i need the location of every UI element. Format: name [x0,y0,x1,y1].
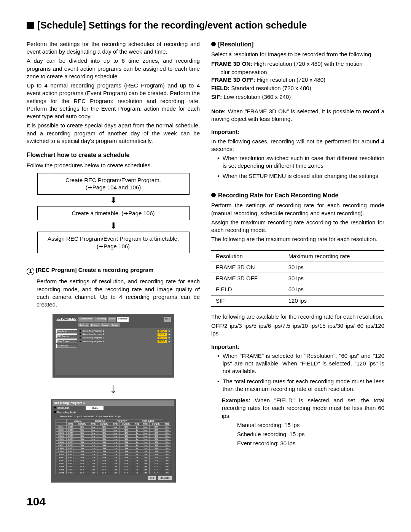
list-item: When "FRAME" is selected for "Resolution… [223,352,384,375]
table-cell: 120 ips [284,295,384,306]
flow-text: (➡Page 106) [97,243,130,249]
side-button: Event Program [56,339,77,343]
play-icon: ▶ [169,340,170,343]
resolution-label: Resolution [57,407,70,409]
step-heading: 1[REC Program] Create a recording progra… [27,266,200,275]
list-item: The total recording rates for each recor… [223,378,384,393]
setup-button: SETUP [158,333,167,336]
page-title: [Schedule] Settings for the recording/ev… [27,19,384,32]
flow-text: Assign REC Program/Event Program to a ti… [48,235,179,242]
recording-table: MANUALSCHEDULEPRE EVENTPOST EVENTRATEQUA… [56,419,171,474]
example-line: Event recording: 30 ips [237,440,384,447]
definition-text: High resolution (720 x 480) [255,76,325,83]
important-label: Important: [211,129,239,135]
tab: Maintenance [78,317,94,322]
step-number-icon: 1 [27,268,34,275]
table-cell: FIELD [211,284,284,295]
table-cell: 30 ips [284,262,384,273]
tab: System [110,323,120,327]
flow-box: Create REC Program/Event Program. (➡Page… [37,173,190,195]
note-label: Note: [211,108,226,114]
diagram-title: Recording Program 1 [53,400,174,406]
definition-text: Standard resolution (720 x 480) [229,85,311,91]
tab: Switcher [78,323,89,327]
resolution-intro: Select a resolution for images to be rec… [211,51,384,58]
arrow-down-icon: ⬇ [37,196,190,205]
intro-text: Perform the settings for the recording s… [27,40,200,56]
row-label: Recording Program 3 [83,336,104,339]
step-text: Perform the settings of resolution, and … [37,278,200,308]
rate-title: Recording Rate for Each Recording Mode [218,192,338,199]
setup-button: SETUP [158,337,167,339]
table-label: Recording Table [57,411,76,414]
important-list: When resolution switched such in case th… [211,154,384,180]
side-button: REC Program [56,334,77,338]
setup-button: SETUP [158,330,167,332]
setup-menu-label: SETUP MENU [56,317,78,322]
bullet-icon [211,193,216,197]
table-header: Maximum recording rate [284,251,384,262]
play-icon: ▶ [169,333,170,336]
side-button: Time Table [56,329,77,333]
step-title-text: [REC Program] Create a recording program [36,267,153,273]
flowchart-intro: Follow the procedures below to create sc… [27,162,200,169]
table-cell: FRAME 3D OFF [211,273,284,284]
list-item: When resolution switched such in case th… [223,154,384,170]
table-cell: 60 ips [284,284,384,295]
note-body: When "FRAME 3D ON" is selected, it is po… [211,108,384,122]
definition-row: SIF: Low resolution (360 x 240) [211,93,384,101]
definition-row: FIELD: Standard resolution (720 x 480) [211,84,384,92]
definition-label: FRAME 3D OFF: [211,76,255,83]
live-indicator: LIVE [164,317,171,322]
definition-label: FIELD: [211,85,229,91]
field-value: FIELD [86,406,104,410]
table-cell: SIF [211,295,284,306]
definition-row: FRAME 3D ON: High resolution (720 x 480)… [211,60,384,68]
title-text: [Schedule] Settings for the recording/ev… [37,20,307,30]
setup-menu-diagram: SETUP MENU Maintenance Recording Event S… [53,314,174,377]
after-table-text: The following are available for the reco… [211,313,384,321]
rate-heading: Recording Rate for Each Recording Mode [211,191,384,200]
play-icon: ▶ [169,329,170,332]
flow-box: Create a timetable. (➡Page 106) [37,206,190,221]
row-label: Recording Program 1 [83,329,104,332]
definition-row: FRAME 3D OFF: High resolution (720 x 480… [211,76,384,84]
important-list: When "FRAME" is selected for "Resolution… [211,352,384,393]
definition-text: High resolution (720 x 480) with the mot… [252,60,362,67]
after-table-text: OFF/2 ips/3 ips/5 ips/6 ips/7.5 ips/10 i… [211,322,384,338]
definition-label: FRAME 3D ON: [211,60,252,67]
tab: Display [90,323,100,327]
examples-text: Examples: When "FIELD" is selected and s… [222,397,384,420]
arrow-down-icon: ↓ [27,381,200,395]
rate-table: Resolution Maximum recording rate FRAME … [211,250,384,307]
page-number: 104 [27,494,384,510]
flowchart-heading: Flowchart how to create a schedule [27,151,200,159]
row-label: Recording Program 2 [83,333,104,336]
definition-text: Low resolution (360 x 240) [222,94,291,100]
recording-program-diagram: Recording Program 1 Resolution FIELD Rec… [51,399,176,483]
important-intro: In the following cases, recording will n… [211,138,384,153]
intro-text: A day can be divided into up to 6 time z… [27,57,200,80]
flow-text: Create a timetable. (➡Page 106) [72,210,155,216]
definition-label: SIF: [211,94,222,100]
tab: Comm [100,323,110,327]
rate-text: Assign the maximum recording rate accord… [211,219,384,234]
intro-text: Up to 4 normal recording programs (REC P… [27,82,200,120]
flowchart: Create REC Program/Event Program. (➡Page… [37,173,190,254]
arrow-down-icon: ⬇ [37,222,190,230]
table-cell: 30 ips [284,273,384,284]
note-text: Note: When "FRAME 3D ON" is selected, it… [211,108,384,123]
ok-button: O K [148,476,156,480]
side-button: Special Days [56,344,77,348]
list-item: When the SETUP MENU is closed after chan… [223,172,384,180]
play-icon: ▶ [169,336,170,339]
important-label: Important: [211,343,239,350]
rates-row: Manual REC 15 ips Schedule REC 15 ips Ev… [53,414,174,418]
resolution-title: [Resolution] [218,41,253,48]
resolution-heading: [Resolution] [211,40,384,49]
intro-text: It is possible to create special days ap… [27,122,200,145]
cancel-button: CANCEL [158,476,172,480]
bullet-icon [211,42,216,46]
flow-text: Create REC Program/Event Program. [65,177,161,183]
example-line: Manual recording: 15 ips [237,421,384,429]
